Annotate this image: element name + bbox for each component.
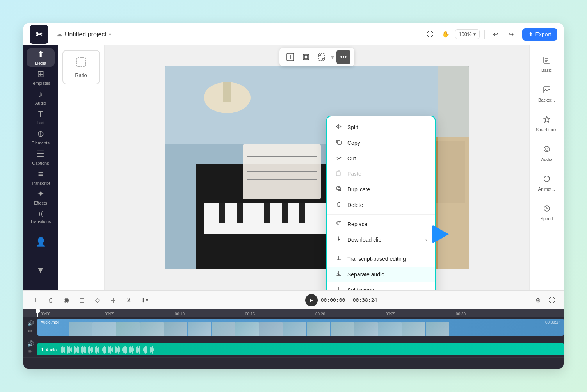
thumb-11 (307, 322, 330, 336)
sidebar-item-transcript[interactable]: ≡ Transcript (27, 168, 55, 187)
crop-button[interactable] (315, 50, 329, 64)
wave-bar (96, 346, 97, 354)
context-menu-replace[interactable]: Replace (327, 216, 435, 232)
audio-track-edit-icon[interactable]: ✏ (28, 348, 33, 355)
wave-bar (71, 347, 72, 352)
video-track-content[interactable]: Audio.mp4 00:38:24 (37, 319, 564, 336)
audio-track-vol-icon[interactable]: 🔊 (27, 340, 34, 347)
timeline-split-tool[interactable] (108, 295, 119, 306)
context-menu-split-scene[interactable]: Split scene (327, 282, 435, 290)
export-button[interactable]: ⬆ Export (522, 28, 557, 41)
timeline-download-tool[interactable]: ⬇▾ (139, 295, 150, 306)
sidebar-item-audio-label: Audio (35, 101, 46, 106)
audio-track: ⬆ Audio (37, 343, 564, 355)
timeline-fullscreen[interactable]: ⛶ (546, 295, 557, 306)
total-time: 00:38:24 (353, 297, 377, 303)
timeline-zoom-in[interactable]: ⊕ (532, 295, 543, 306)
zoom-control[interactable]: 100% ▾ (455, 29, 479, 39)
timeline-keyframe-tool[interactable]: ◇ (92, 295, 103, 306)
right-panel-smart-tools[interactable]: Smart tools (533, 109, 561, 137)
ruler-mark-30: 00:30 (456, 312, 466, 316)
context-menu-download-clip[interactable]: Download clip › (327, 232, 435, 248)
text-icon: T (38, 110, 43, 119)
separate-audio-label: Separate audio (347, 271, 384, 278)
canvas-toolbar: ▾ ••• (273, 48, 361, 66)
main-content: ⬆ Media ⊞ Templates ♪ Audio T Text ⊕ Ele… (23, 45, 564, 290)
sidebar-item-templates-label: Templates (31, 81, 50, 86)
right-panel-speed[interactable]: Speed (533, 198, 561, 226)
sidebar-item-expand[interactable]: ▼ (27, 256, 55, 284)
timeline-playhead (37, 309, 38, 317)
context-menu-copy[interactable]: Copy (327, 135, 435, 151)
right-panel-animate[interactable]: Animat... (533, 169, 561, 197)
audio-track-content[interactable]: ⬆ Audio (37, 340, 564, 355)
undo-button[interactable]: ↩ (489, 28, 502, 41)
hand-tool-button[interactable]: ✋ (439, 28, 452, 41)
replace-icon (335, 220, 343, 228)
ratio-panel-item[interactable]: Ratio (62, 50, 100, 84)
wave-bar (98, 347, 99, 353)
right-panel-audio[interactable]: Audio (533, 139, 561, 167)
wave-bar (107, 348, 107, 352)
wave-bar (73, 347, 73, 353)
sidebar-item-captions[interactable]: ☰ Captions (27, 148, 55, 167)
play-button[interactable]: ▶ (305, 294, 318, 306)
more-tools-button[interactable]: ••• (336, 50, 350, 64)
wave-bar (97, 348, 98, 352)
context-menu-duplicate[interactable]: Duplicate (327, 182, 435, 197)
right-panel-basic[interactable]: Basic (533, 50, 561, 78)
timeline-text-tool[interactable]: ⊺ (30, 295, 41, 306)
project-title[interactable]: Untitled project (65, 31, 107, 38)
track-edit-icon[interactable]: ✏ (28, 328, 33, 334)
svg-rect-13 (219, 203, 225, 223)
sidebar-item-templates[interactable]: ⊞ Templates (27, 68, 55, 87)
sidebar-item-text[interactable]: T Text (27, 108, 55, 127)
context-menu-delete[interactable]: Delete (327, 197, 435, 213)
timeline-auto-detect[interactable]: ◉ (61, 295, 72, 306)
wave-bar (141, 347, 141, 352)
duplicate-icon (335, 185, 343, 193)
redo-button[interactable]: ↪ (505, 28, 518, 41)
sidebar-item-elements[interactable]: ⊕ Elements (27, 128, 55, 146)
add-frame-button[interactable] (283, 50, 297, 64)
thumb-9 (259, 322, 283, 336)
wave-bar (142, 347, 142, 353)
sidebar-item-transitions[interactable]: ⟩⟨ Transitions (27, 208, 55, 226)
sidebar-item-person[interactable]: 👤 (27, 228, 55, 256)
thumb-3 (116, 322, 140, 336)
svg-rect-0 (77, 58, 85, 66)
wave-bar (103, 347, 104, 353)
split-label: Split (347, 124, 358, 130)
select-tool-button[interactable]: ⛶ (424, 28, 436, 41)
wave-bar (124, 346, 125, 353)
ruler-mark-0: 00:00 (41, 312, 50, 316)
sidebar-item-audio[interactable]: ♪ Audio (27, 88, 55, 107)
expand-icon: ▼ (36, 265, 45, 275)
wave-bar (136, 347, 137, 353)
context-menu-split[interactable]: Split (327, 119, 435, 135)
wave-bar (125, 346, 126, 354)
sidebar-item-media[interactable]: ⬆ Media (27, 48, 55, 67)
timeline-delete-tool[interactable] (45, 295, 56, 306)
wave-bar (137, 346, 138, 353)
sidebar-item-effects[interactable]: ✦ Effects (27, 188, 55, 207)
background-label: Backgr... (538, 98, 555, 102)
svg-rect-10 (223, 82, 231, 102)
track-volume-icon[interactable]: 🔊 (27, 320, 34, 326)
context-menu-transcript-editing[interactable]: Transcript-based editing (327, 251, 435, 267)
speed-label: Speed (541, 216, 553, 221)
right-panel-background[interactable]: Backgr... (533, 80, 561, 108)
project-title-chevron[interactable]: ▾ (109, 32, 111, 37)
context-menu-cut[interactable]: ✂ Cut (327, 151, 435, 166)
wave-bar (82, 346, 83, 354)
context-menu-separate-audio[interactable]: Separate audio (327, 267, 435, 282)
fit-frame-button[interactable] (299, 50, 313, 64)
more-tools-icon: ••• (340, 53, 347, 61)
thumb-14 (378, 322, 402, 336)
wave-bar (91, 347, 92, 353)
video-track-filename: Audio.mp4 (41, 320, 59, 324)
timeline-crop-tool[interactable] (76, 295, 87, 306)
ratio-icon (76, 57, 87, 70)
timeline-align-tool[interactable]: ⊻ (123, 295, 134, 306)
delete-icon (335, 201, 343, 209)
